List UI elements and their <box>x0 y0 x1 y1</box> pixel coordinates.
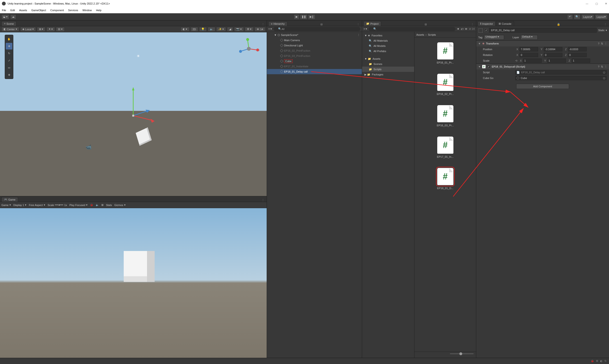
menu-file[interactable]: File <box>2 9 6 12</box>
orientation-gizmo[interactable]: x y <box>238 38 259 59</box>
preset-icon[interactable]: ⇅ <box>601 65 603 68</box>
step-button[interactable]: ▶❙ <box>308 14 315 20</box>
status-icon-4[interactable]: ↻ <box>605 360 607 363</box>
menu-gameobject[interactable]: GameObject <box>31 9 46 12</box>
vsync-toggle[interactable]: ⊞ <box>101 203 104 207</box>
hierarchy-collapse[interactable]: ⊟ <box>320 23 324 26</box>
scene-audio[interactable]: 🔈 <box>208 27 215 32</box>
status-icon-1[interactable]: 🐞 <box>591 360 594 363</box>
scenes-folder[interactable]: 📁 Scenes <box>362 61 414 67</box>
status-icon-3[interactable]: ◐ <box>600 360 603 363</box>
2d-toggle[interactable]: 2D <box>191 27 198 32</box>
mute-audio-toggle[interactable]: 🐞 <box>90 203 93 207</box>
hierarchy-tab[interactable]: ≡ Hierarchy <box>268 21 287 26</box>
scene-visibility[interactable]: ◢ <box>227 27 233 32</box>
play-focused-dropdown[interactable]: Play Focused ▾ <box>69 203 88 207</box>
scene-menu-icon[interactable]: ⋮ <box>357 34 362 37</box>
inspector-panel-menu[interactable]: ⋮ <box>603 23 608 26</box>
asset-ep17-01[interactable]: #EP17_01_In... <box>433 137 457 158</box>
asset-ep16-01[interactable]: #EP16_01_Pr... <box>433 42 457 64</box>
scene-lighting[interactable]: 💡 <box>199 27 207 32</box>
menu-window[interactable]: Window <box>83 9 92 12</box>
script-object-field[interactable]: 📄 EP18_01_Delay call ⊙ <box>515 70 607 75</box>
account-dropdown[interactable]: ◒ ▾ <box>1 14 9 20</box>
aspect-dropdown[interactable]: Free Aspect ▾ <box>29 203 45 207</box>
layers-dropdown[interactable]: Layers ▾ <box>581 14 594 20</box>
search-button[interactable]: 🔍 <box>574 14 581 20</box>
scripts-folder[interactable]: 📁 Scripts <box>362 67 414 72</box>
scale-tool[interactable]: ⤢ <box>6 57 12 64</box>
asset-ep18-01[interactable]: #EP18_01_D... <box>433 168 457 190</box>
gizmos-dropdown[interactable]: ⚙ ▾ <box>245 27 254 32</box>
increment-snap[interactable]: ⊟ ▾ <box>56 27 65 32</box>
menu-edit[interactable]: Edit <box>11 9 15 12</box>
assets-folder[interactable]: ▼ 📁 Assets <box>362 56 414 61</box>
audio-toggle[interactable]: 🔈 <box>96 203 99 207</box>
hier-item-cube[interactable]: Cube <box>267 59 362 64</box>
rot-y[interactable] <box>544 53 562 57</box>
cubego-object-field[interactable]: Cube ⊙ <box>515 76 607 80</box>
context-menu-icon[interactable]: ⋮ <box>605 42 607 45</box>
menu-assets[interactable]: Assets <box>19 9 27 12</box>
static-dropdown[interactable]: Static ▾ <box>598 29 607 32</box>
project-panel-menu[interactable]: ⋮ <box>470 23 475 26</box>
hier-item-light[interactable]: Directional Light <box>267 43 362 48</box>
hier-item-ep16-03[interactable]: EP16_03_PrintFuction <box>267 53 362 59</box>
rotate-tool[interactable]: ↻ <box>6 50 12 57</box>
scene-fx[interactable]: ✨ ▾ <box>216 27 226 32</box>
project-tab[interactable]: 📁 Project <box>363 21 381 26</box>
undo-history-button[interactable]: ↶ <box>567 14 573 20</box>
cloud-button[interactable]: ☁ <box>10 14 16 20</box>
fav-prefabs[interactable]: 🔍 All Prefabs <box>362 49 414 54</box>
light-gizmo-icon[interactable]: ☀ <box>137 54 140 58</box>
hierarchy-panel-menu[interactable]: ⋮ <box>356 23 360 26</box>
shading-mode[interactable]: ◐ ▾ <box>181 27 189 32</box>
fav-materials[interactable]: 🔍 All Materials <box>362 38 414 43</box>
object-picker-icon[interactable]: ⊙ <box>603 71 605 74</box>
help-icon[interactable]: ? <box>598 42 599 45</box>
play-button[interactable]: ▶ <box>294 14 299 20</box>
hier-item-camera[interactable]: Main Camera <box>267 38 362 43</box>
move-gizmo[interactable] <box>126 85 157 128</box>
project-search[interactable]: 🔍 <box>368 27 455 31</box>
hierarchy-create-button[interactable]: + ▾ <box>268 27 272 30</box>
asset-ep16-02[interactable]: #EP16_02_Pr... <box>433 74 457 96</box>
preset-icon[interactable]: ⇅ <box>601 42 603 45</box>
layer-dropdown[interactable]: Default ▾ <box>520 35 538 40</box>
status-icon-2[interactable]: ⚙ <box>596 360 598 363</box>
game-tab[interactable]: 🎮 Game <box>1 197 18 202</box>
close-button[interactable]: ✕ <box>605 2 607 5</box>
scene-panel-menu[interactable]: ⋮ <box>261 23 265 26</box>
menu-help[interactable]: Help <box>96 9 102 12</box>
active-checkbox[interactable]: ✓ <box>485 28 488 32</box>
rot-z[interactable] <box>568 53 587 57</box>
tag-dropdown[interactable]: Untagged ▾ <box>484 35 504 40</box>
minimize-button[interactable]: — <box>586 2 588 5</box>
script-enabled-checkbox[interactable]: ✓ <box>487 65 490 68</box>
scene-cube[interactable] <box>136 127 152 146</box>
move-tool[interactable]: ✥ <box>6 43 12 50</box>
favorites-section[interactable]: ▼ ★ Favorites <box>362 33 414 38</box>
rot-x[interactable] <box>519 53 538 57</box>
scene-camera[interactable]: 📷 ▾ <box>234 27 244 32</box>
stats-toggle[interactable]: Stats <box>106 204 112 207</box>
hand-tool[interactable]: ✋ <box>6 36 12 42</box>
hier-item-ep18-01[interactable]: EP18_01_Delay call <box>267 69 362 74</box>
asset-ep16-03[interactable]: #EP16_03_Pr... <box>433 105 457 127</box>
camera-gizmo-icon[interactable]: 📹 <box>86 144 91 150</box>
local-toggle[interactable]: ◈ Local ▾ <box>20 27 36 32</box>
menu-component[interactable]: Component <box>50 9 64 12</box>
inspector-tab[interactable]: ℹ Inspector <box>478 21 495 26</box>
inspector-lock[interactable]: 🔒 <box>556 23 561 26</box>
console-tab[interactable]: ⊞ Console <box>496 21 514 26</box>
scl-z[interactable] <box>572 59 590 63</box>
pos-y[interactable] <box>544 47 562 52</box>
pos-z[interactable] <box>568 47 587 52</box>
packages-folder[interactable]: ▶ 📁 Packages <box>362 72 414 77</box>
add-component-button[interactable]: Add Component <box>516 84 569 89</box>
pivot-toggle[interactable]: ◧ Center ▾ <box>1 27 19 32</box>
menu-services[interactable]: Services <box>68 9 78 12</box>
game-mode-dropdown[interactable]: Game ▾ <box>1 203 11 207</box>
project-collapse[interactable]: ⊟ <box>424 23 428 26</box>
hier-item-ep16-02[interactable]: EP16_02_PrintFuction <box>267 48 362 53</box>
